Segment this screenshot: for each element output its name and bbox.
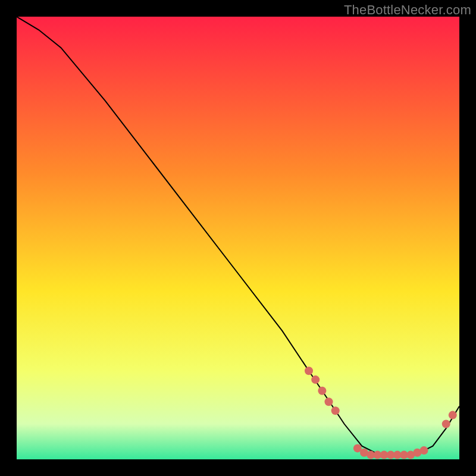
chart-svg bbox=[17, 17, 459, 459]
data-marker bbox=[420, 446, 428, 455]
data-marker bbox=[318, 387, 326, 395]
gradient-background bbox=[17, 17, 459, 459]
data-marker bbox=[311, 375, 320, 384]
data-marker bbox=[442, 420, 450, 428]
watermark-text: TheBottleNecker.com bbox=[344, 2, 471, 18]
data-marker bbox=[331, 406, 340, 415]
data-marker bbox=[449, 411, 457, 419]
chart-frame: TheBottleNecker.com bbox=[0, 0, 476, 476]
data-marker bbox=[325, 397, 333, 406]
plot-area bbox=[17, 17, 459, 459]
data-marker bbox=[305, 367, 313, 375]
